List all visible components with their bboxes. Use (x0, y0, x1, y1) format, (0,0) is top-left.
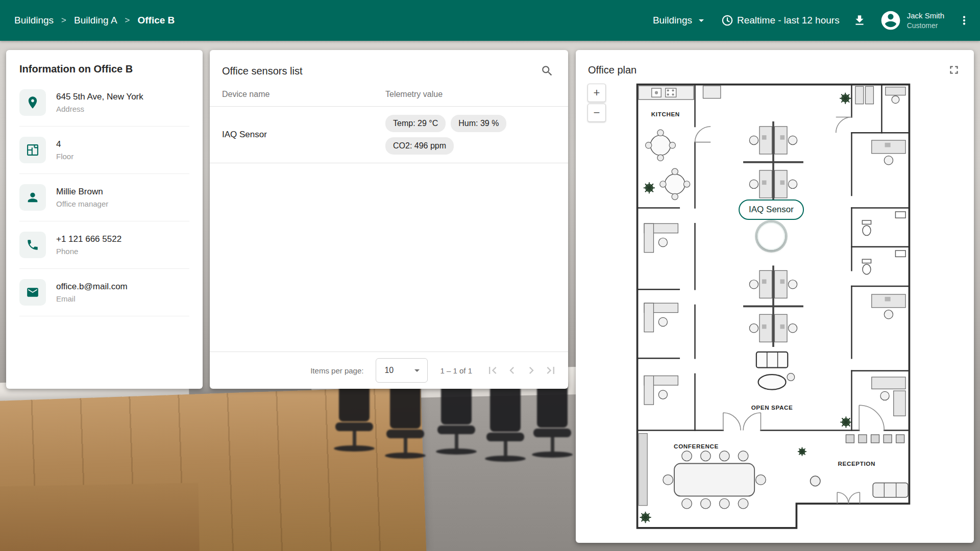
table-empty-space (210, 163, 568, 352)
info-label-floor: Floor (56, 152, 74, 161)
info-value-phone: +1 121 666 5522 (56, 234, 121, 244)
breadcrumb-item-buildings[interactable]: Buildings (14, 15, 54, 26)
pagination-controls (484, 362, 559, 379)
first-page-icon (485, 363, 500, 378)
breadcrumb: Buildings > Building A > Office B (14, 15, 175, 26)
time-window-button[interactable]: Realtime - last 12 hours (721, 14, 840, 27)
floor-plan: KITCHEN OPEN SPACE CONFERENCE RECEPTION (635, 83, 912, 534)
info-value-address: 645 5th Ave, New York (56, 92, 143, 102)
info-text: 4 Floor (56, 139, 74, 161)
table-row-iaq-sensor[interactable]: IAQ Sensor Temp: 29 °C Hum: 39 % CO2: 49… (210, 107, 568, 163)
breadcrumb-separator: > (125, 15, 130, 26)
chevron-left-icon (505, 363, 519, 378)
topbar: Buildings > Building A > Office B Buildi… (0, 0, 980, 41)
location-pin-icon (19, 89, 46, 116)
info-label-phone: Phone (56, 247, 121, 256)
fullscreen-icon (947, 63, 961, 77)
iaq-sensor-marker[interactable] (757, 222, 785, 250)
breadcrumb-item-building-a[interactable]: Building A (74, 15, 117, 26)
breadcrumb-item-office-b: Office B (138, 15, 175, 26)
office-sensors-card: Office sensors list Device name Telemetr… (210, 50, 568, 389)
info-label-address: Address (56, 105, 143, 113)
chevron-down-icon (411, 364, 423, 377)
avatar (879, 9, 902, 32)
plan-card-header: Office plan (576, 50, 974, 79)
search-icon (541, 64, 554, 78)
info-row-floor: 4 Floor (19, 127, 189, 174)
email-icon (19, 279, 46, 306)
info-text: 645 5th Ave, New York Address (56, 92, 143, 113)
telemetry-chip-co2: CO2: 496 ppm (385, 137, 454, 155)
time-window-label: Realtime - last 12 hours (737, 15, 840, 26)
info-label-manager: Office manager (56, 199, 108, 208)
info-row-address: 645 5th Ave, New York Address (19, 79, 189, 127)
device-name: IAQ Sensor (222, 130, 385, 140)
sensor-marker-label[interactable]: IAQ Sensor (739, 199, 804, 220)
entity-dropdown[interactable]: Buildings (653, 14, 707, 27)
screen: Buildings > Building A > Office B Buildi… (0, 0, 980, 551)
info-row-manager: Millie Brown Office manager (19, 174, 189, 221)
sensors-card-header: Office sensors list (210, 50, 568, 84)
clock-icon (721, 14, 734, 27)
info-text: office.b@mail.com Email (56, 282, 128, 303)
next-page-button[interactable] (523, 362, 540, 379)
items-per-page-select[interactable]: 10 (376, 358, 428, 383)
zoom-out-button[interactable]: − (587, 104, 606, 122)
sensors-card-title: Office sensors list (222, 65, 302, 77)
room-label-conference: CONFERENCE (674, 443, 719, 449)
office-plan-card: Office plan (576, 50, 974, 543)
first-page-button[interactable] (484, 362, 501, 379)
zoom-in-button[interactable]: + (587, 84, 606, 102)
chevron-right-icon (524, 363, 538, 378)
user-meta: Jack Smith Customer (907, 11, 944, 30)
floor-plan-viewport[interactable]: KITCHEN OPEN SPACE CONFERENCE RECEPTION … (576, 50, 974, 543)
download-icon (853, 14, 866, 27)
topbar-actions: Buildings Realtime - last 12 hours Jack … (653, 9, 971, 32)
person-icon (19, 184, 46, 211)
chevron-down-icon (695, 14, 707, 27)
room-label-kitchen: KITCHEN (651, 111, 680, 117)
info-list: 645 5th Ave, New York Address 4 Floor (19, 79, 189, 316)
previous-page-button[interactable] (504, 362, 520, 379)
telemetry-chip-temperature: Temp: 29 °C (385, 115, 446, 132)
more-vert-icon (958, 14, 971, 27)
room-label-open-space: OPEN SPACE (751, 404, 793, 411)
info-value-floor: 4 (56, 139, 74, 149)
info-label-email: Email (56, 294, 128, 303)
column-telemetry-value: Telemetry value (385, 90, 556, 99)
office-info-card: Information on Office B 645 5th Ave, New… (6, 50, 203, 389)
column-device-name: Device name (222, 90, 385, 99)
plan-card-title: Office plan (588, 64, 636, 76)
breadcrumb-separator: > (61, 15, 66, 26)
info-text: +1 121 666 5522 Phone (56, 234, 121, 256)
phone-icon (19, 232, 46, 258)
floor-plan-icon (19, 137, 46, 163)
items-per-page-label: Items per page: (310, 366, 363, 375)
user-name: Jack Smith (907, 11, 944, 21)
info-card-title: Information on Office B (19, 63, 189, 75)
pagination-bar: Items per page: 10 1 – 1 of 1 (210, 352, 568, 389)
download-button[interactable] (853, 14, 866, 27)
user-menu[interactable]: Jack Smith Customer (879, 9, 944, 32)
more-menu-button[interactable] (958, 14, 971, 27)
info-row-email: office.b@mail.com Email (19, 269, 189, 316)
telemetry-chips: Temp: 29 °C Hum: 39 % CO2: 496 ppm (385, 115, 538, 155)
info-row-phone: +1 121 666 5522 Phone (19, 221, 189, 269)
last-page-icon (544, 363, 558, 378)
info-value-manager: Millie Brown (56, 187, 108, 197)
search-button[interactable] (538, 62, 556, 80)
room-label-reception: RECEPTION (838, 460, 876, 467)
user-role: Customer (907, 21, 944, 30)
entity-dropdown-label: Buildings (653, 15, 692, 26)
pagination-range: 1 – 1 of 1 (440, 366, 472, 375)
info-value-email: office.b@mail.com (56, 282, 128, 292)
info-text: Millie Brown Office manager (56, 187, 108, 208)
last-page-button[interactable] (543, 362, 559, 379)
table-header: Device name Telemetry value (210, 84, 568, 107)
air-quality-icon (765, 230, 778, 243)
items-per-page-value: 10 (384, 366, 394, 375)
zoom-controls: + − (587, 84, 606, 122)
fullscreen-button[interactable] (945, 61, 963, 79)
telemetry-chip-humidity: Hum: 39 % (451, 115, 506, 132)
